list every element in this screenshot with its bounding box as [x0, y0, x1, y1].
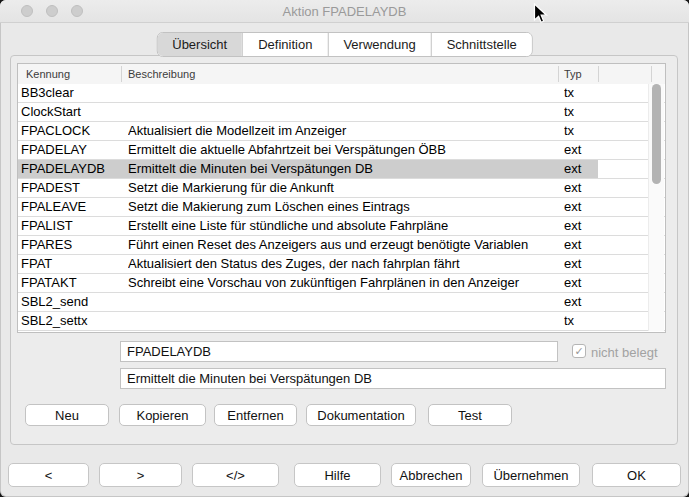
- cell-c1: BB3clear: [21, 84, 121, 102]
- window-title: Aktion FPADELAYDB: [0, 4, 689, 19]
- nicht-belegt-label: nicht belegt: [591, 345, 658, 360]
- cell-c2: Setzt die Makierung zum Löschen eines Ei…: [128, 198, 560, 216]
- cell-c1: FPADEST: [21, 179, 121, 197]
- prev-button[interactable]: <: [8, 463, 89, 487]
- tab-schnittstelle[interactable]: Schnittstelle: [431, 33, 532, 56]
- cell-c2: Ermittelt die Minuten bei Verspätungen D…: [128, 160, 560, 178]
- scrollbar-thumb[interactable]: [652, 84, 661, 184]
- cell-c1: ClockStart: [21, 103, 121, 121]
- table-row-fpatakt[interactable]: FPATAKTSchreibt eine Vorschau von zukünf…: [18, 274, 665, 293]
- cell-c2: Aktualisiert die Modellzeit im Anzeiger: [128, 122, 560, 140]
- table-row-fpat[interactable]: FPATAktualisiert den Status des Zuges, d…: [18, 255, 665, 274]
- table-row-sbl2-send[interactable]: SBL2_sendext: [18, 293, 665, 312]
- neu-button[interactable]: Neu: [25, 404, 109, 426]
- column-divider: [121, 66, 122, 82]
- cell-c1: FPALIST: [21, 217, 121, 235]
- cell-c3: ext: [564, 160, 600, 178]
- cell-c3: ext: [564, 236, 600, 254]
- table-row-clockstart[interactable]: ClockStarttx: [18, 103, 665, 122]
- cell-c3: ext: [564, 217, 600, 235]
- cell-c2: Ermittelt die aktuelle Abfahrtzeit bei V…: [128, 141, 560, 159]
- cell-c1: FPACLOCK: [21, 122, 121, 140]
- column-divider: [558, 66, 559, 82]
- dokumentation-button[interactable]: Dokumentation: [306, 404, 416, 426]
- nicht-belegt-checkbox[interactable]: ✓: [572, 344, 586, 358]
- cell-c1: FPARES: [21, 236, 121, 254]
- table-body: BB3cleartxClockStarttxFPACLOCKAktualisie…: [18, 84, 665, 332]
- abbrechen-button[interactable]: Abbrechen: [391, 463, 471, 487]
- column-header-beschreibung[interactable]: Beschreibung: [128, 68, 195, 80]
- cell-c1: FPALEAVE: [21, 198, 121, 216]
- kopieren-button[interactable]: Kopieren: [119, 404, 206, 426]
- table-row-fpadelay[interactable]: FPADELAYErmittelt die aktuelle Abfahrtze…: [18, 141, 665, 160]
- cell-c3: ext: [564, 179, 600, 197]
- kennung-input[interactable]: [120, 341, 558, 362]
- table-row-fpaclock[interactable]: FPACLOCKAktualisiert die Modellzeit im A…: [18, 122, 665, 141]
- next-button[interactable]: >: [99, 463, 182, 487]
- dialog-window: Aktion FPADELAYDB ÜbersichtDefinitionVer…: [0, 0, 689, 497]
- column-divider: [651, 66, 652, 82]
- cell-c3: tx: [564, 312, 600, 330]
- cell-c3: ext: [564, 198, 600, 216]
- cell-c1: FPADELAYDB: [21, 160, 121, 178]
- table-row-fpadest[interactable]: FPADESTSetzt die Markierung für die Anku…: [18, 179, 665, 198]
- column-header-typ[interactable]: Typ: [564, 68, 582, 80]
- cell-c2: Erstellt eine Liste für stündliche und a…: [128, 217, 560, 235]
- entfernen-button[interactable]: Entfernen: [214, 404, 297, 426]
- cell-c3: ext: [564, 255, 600, 273]
- uebernehmen-button[interactable]: Übernehmen: [482, 463, 580, 487]
- cell-c3: ext: [564, 274, 600, 292]
- title-bar[interactable]: Aktion FPADELAYDB: [0, 0, 689, 23]
- code-view-button[interactable]: </>: [192, 463, 279, 487]
- test-button[interactable]: Test: [428, 404, 512, 426]
- table-row-bb3clear[interactable]: BB3cleartx: [18, 84, 665, 103]
- table-row-fpaleave[interactable]: FPALEAVESetzt die Makierung zum Löschen …: [18, 198, 665, 217]
- beschreibung-input[interactable]: [120, 368, 666, 389]
- cell-c2: Aktualisiert den Status des Zuges, der n…: [128, 255, 560, 273]
- table-row-fpalist[interactable]: FPALISTErstellt eine Liste für stündlich…: [18, 217, 665, 236]
- tab-definition[interactable]: Definition: [242, 33, 327, 56]
- cell-c2: Führt einen Reset des Anzeigers aus und …: [128, 236, 560, 254]
- ok-button[interactable]: OK: [592, 463, 681, 487]
- tab-bar: ÜbersichtDefinitionVerwendungSchnittstel…: [156, 32, 533, 57]
- cell-c1: SBL2_settx: [21, 312, 121, 330]
- table-header: Kennung Beschreibung Typ: [18, 64, 665, 85]
- cell-c3: ext: [564, 141, 600, 159]
- column-header-kennung[interactable]: Kennung: [26, 68, 70, 80]
- cell-c2: Setzt die Markierung für die Ankunft: [128, 179, 560, 197]
- table-row-fpares[interactable]: FPARESFührt einen Reset des Anzeigers au…: [18, 236, 665, 255]
- cell-c3: tx: [564, 103, 600, 121]
- cell-c1: FPATAKT: [21, 274, 121, 292]
- cell-c3: ext: [564, 293, 600, 311]
- cell-c1: FPAT: [21, 255, 121, 273]
- table-row-fpadelaydb[interactable]: FPADELAYDBErmittelt die Minuten bei Vers…: [18, 160, 665, 179]
- hilfe-button[interactable]: Hilfe: [294, 463, 381, 487]
- tab-verwendung[interactable]: Verwendung: [327, 33, 430, 56]
- tab-uebersicht[interactable]: Übersicht: [157, 33, 242, 56]
- cell-c2: Schreibt eine Vorschau von zukünftigen F…: [128, 274, 560, 292]
- cell-c1: FPADELAY: [21, 141, 121, 159]
- cell-c3: tx: [564, 122, 600, 140]
- table-row-sbl2-settx[interactable]: SBL2_settxtx: [18, 312, 665, 331]
- column-divider: [598, 66, 599, 82]
- scrollbar-track[interactable]: [648, 84, 664, 331]
- cell-c3: tx: [564, 84, 600, 102]
- aktionen-table: Kennung Beschreibung Typ BB3cleartxClock…: [17, 63, 666, 333]
- cell-c1: SBL2_send: [21, 293, 121, 311]
